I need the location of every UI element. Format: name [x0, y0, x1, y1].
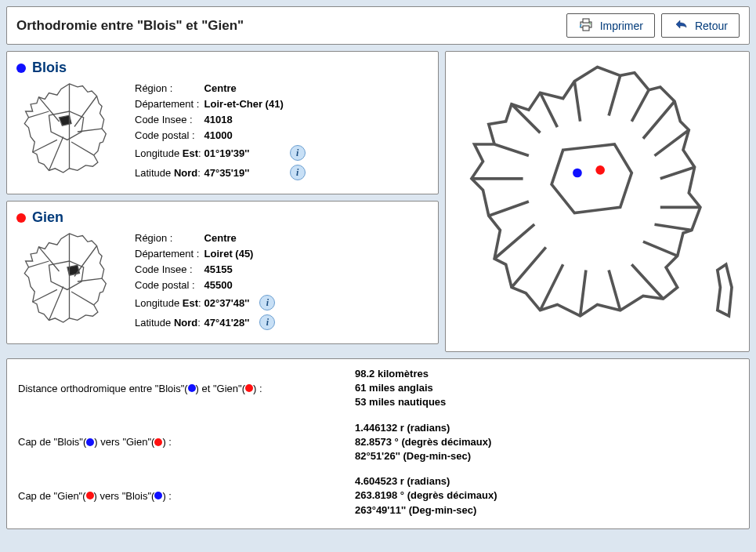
value-insee-b: 45155 [204, 262, 257, 278]
app-frame: Orthodromie entre "Blois" et "Gien" Impr… [0, 0, 756, 552]
map-marker-a [573, 169, 582, 178]
value-region-a: Centre [204, 81, 287, 96]
city-header-a: Blois [16, 60, 429, 76]
print-button[interactable]: Imprimer [566, 13, 655, 38]
value-postal-b: 45500 [204, 278, 257, 293]
city-panel-a: Blois Région :Centre Département :Loir- [6, 51, 439, 194]
heading-ba-label: Cap de "Gien"() vers "Blois"() : [18, 490, 355, 502]
value-department-b: Loiret (45) [204, 246, 257, 262]
left-column: Blois Région :Centre Département :Loir- [6, 51, 439, 352]
label-insee: Code Insee : [135, 262, 204, 278]
marker-dot-red [245, 384, 253, 392]
marker-dot-blue [86, 438, 94, 446]
label-latitude: Latitude Nord: [135, 163, 204, 183]
printer-icon [578, 17, 594, 34]
city-name-a: Blois [32, 60, 67, 76]
label-region: Région : [135, 81, 204, 96]
marker-dot-blue [16, 64, 26, 73]
info-icon[interactable]: i [290, 145, 306, 161]
france-map-icon [454, 56, 740, 347]
svg-rect-2 [583, 26, 589, 31]
back-button-label: Retour [695, 20, 728, 32]
label-department: Département : [135, 246, 204, 262]
distance-km: 98.2 kilomètres [355, 367, 446, 381]
label-latitude: Latitude Nord: [135, 313, 204, 332]
city-panel-b: Gien Région :Centre Département :Loiret [6, 201, 439, 344]
results-panel: Distance orthodromique entre "Blois"() e… [6, 358, 750, 529]
heading-ab-block: Cap de "Blois"() vers "Gien"() : 1.44613… [18, 421, 738, 464]
label-department: Département : [135, 96, 204, 112]
label-postal: Code postal : [135, 278, 204, 293]
heading-ba-block: Cap de "Gien"() vers "Blois"() : 4.60452… [18, 474, 738, 518]
page-title: Orthodromie entre "Blois" et "Gien" [16, 18, 244, 34]
marker-dot-blue [188, 384, 196, 392]
heading-ab-values: 1.446132 r (radians) 82.8573 ° (degrès d… [355, 421, 491, 464]
city-header-b: Gien [16, 209, 429, 226]
distance-mi: 61 miles anglais [355, 381, 446, 395]
marker-dot-red [16, 213, 26, 223]
value-department-a: Loir-et-Cher (41) [204, 96, 287, 112]
value-longitude-b: 02°37'48'' [204, 293, 257, 313]
marker-dot-red [86, 492, 94, 499]
heading-ab-deg: 82.8573 ° (degrès décimaux) [355, 435, 491, 449]
value-postal-a: 41000 [204, 128, 287, 143]
heading-ba-rad: 4.604523 r (radians) [355, 474, 497, 488]
marker-dot-blue [154, 492, 162, 499]
label-longitude: Longitude Est: [135, 143, 204, 163]
info-table-b: Région :Centre Département :Loiret (45) … [135, 231, 278, 332]
main-row: Blois Région :Centre Département :Loir- [6, 51, 750, 352]
label-insee: Code Insee : [135, 112, 204, 128]
value-region-b: Centre [204, 231, 257, 246]
print-button-label: Imprimer [600, 20, 643, 32]
heading-ba-values: 4.604523 r (radians) 263.8198 ° (degrès … [355, 474, 497, 518]
map-panel [445, 51, 750, 352]
heading-ab-label: Cap de "Blois"() vers "Gien"() : [18, 436, 355, 448]
value-longitude-a: 01°19'39'' [204, 143, 287, 163]
label-longitude: Longitude Est: [135, 293, 204, 313]
marker-dot-red [154, 438, 162, 446]
header-buttons: Imprimer Retour [566, 13, 740, 38]
back-button[interactable]: Retour [661, 13, 740, 38]
value-latitude-b: 47°41'28'' [204, 313, 257, 332]
info-icon[interactable]: i [290, 165, 306, 180]
heading-ba-dms: 263°49'11'' (Deg-min-sec) [355, 503, 497, 518]
back-icon [673, 18, 689, 33]
heading-ab-rad: 1.446132 r (radians) [355, 421, 491, 435]
thumbnail-map-a [16, 81, 122, 183]
header-bar: Orthodromie entre "Blois" et "Gien" Impr… [6, 6, 750, 45]
label-region: Région : [135, 231, 204, 246]
heading-ab-dms: 82°51'26'' (Deg-min-sec) [355, 449, 491, 463]
info-table-a: Région :Centre Département :Loir-et-Cher… [135, 81, 309, 183]
distance-label: Distance orthodromique entre "Blois"() e… [18, 383, 355, 394]
map-marker-b [595, 165, 605, 175]
value-latitude-a: 47°35'19'' [204, 163, 287, 183]
distance-block: Distance orthodromique entre "Blois"() e… [18, 367, 738, 410]
info-icon[interactable]: i [259, 295, 275, 310]
info-icon[interactable]: i [259, 314, 275, 330]
svg-point-3 [589, 23, 591, 24]
distance-values: 98.2 kilomètres 61 miles anglais 53 mile… [355, 367, 446, 410]
thumbnail-map-b [16, 231, 122, 332]
value-insee-a: 41018 [204, 112, 287, 128]
distance-nm: 53 miles nautiques [355, 395, 446, 409]
heading-ba-deg: 263.8198 ° (degrès décimaux) [355, 488, 497, 503]
label-postal: Code postal : [135, 128, 204, 143]
city-name-b: Gien [32, 209, 63, 226]
svg-rect-1 [583, 19, 589, 23]
